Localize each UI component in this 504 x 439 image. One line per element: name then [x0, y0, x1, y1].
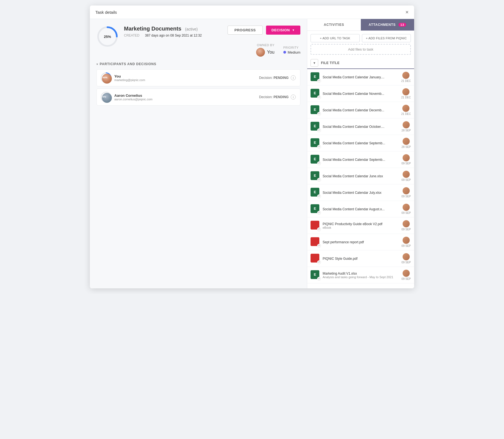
participant-decision: Decision: PENDING i — [259, 95, 296, 100]
file-icon-container: E ⏱ — [311, 188, 320, 198]
attachments-actions: + ADD URL TO TASK + ADD FILES FROM PIQNI… — [307, 31, 414, 44]
file-uploader-avatar — [403, 138, 410, 145]
file-right: 09 SEP — [401, 154, 411, 165]
file-icon-container: E ⏱ — [311, 89, 320, 99]
add-files-button[interactable]: + ADD FILES FROM PIQNIC — [362, 34, 411, 42]
file-name: Marketing Audit V1.xlsx — [323, 272, 399, 275]
left-panel: 25% Marketing Documents (active) CREATED… — [90, 19, 307, 288]
file-row[interactable]: E ⏱ Social Media Content Calendar Septem… — [307, 135, 414, 151]
file-subtitle: eBook — [323, 226, 399, 229]
file-date: 28 SEP — [401, 129, 411, 132]
file-uploader-avatar — [403, 204, 410, 211]
file-uploader-avatar — [402, 72, 409, 79]
owned-by-label: OWNED BY — [257, 43, 275, 47]
file-row[interactable]: ⏱ PIQNIC Style Guide.pdf 09 SEP — [307, 250, 414, 267]
file-date: 09 SEP — [401, 228, 411, 231]
modal-title: Task details — [95, 10, 117, 15]
file-details: PIQNIC Style Guide.pdf — [323, 257, 399, 261]
file-sort-dropdown[interactable]: ▼ — [311, 59, 318, 67]
file-uploader-avatar — [402, 105, 409, 112]
owned-by-user: You — [256, 48, 275, 57]
task-details-modal: Task details × 25% — [90, 5, 414, 288]
add-files-to-task-area[interactable]: Add files to task — [311, 44, 411, 55]
file-clock-badge: ⏱ — [317, 161, 321, 165]
tab-activities[interactable]: ACTIVITIES — [307, 19, 361, 31]
file-date: 21 DEC — [401, 79, 411, 82]
decision-info-icon[interactable]: i — [291, 75, 296, 80]
progress-button[interactable]: PROGRESS — [228, 26, 263, 35]
task-header-right: PROGRESS DECISION ▼ OWNED BY — [228, 26, 300, 57]
participants-toggle[interactable]: ▾ PARTICIPANTS AND DECISIONS — [96, 62, 300, 66]
file-date: 09 SEP — [401, 195, 411, 198]
file-row[interactable]: E ⏱ Marketing Audit V1.xlsx Analysis and… — [307, 267, 414, 283]
file-clock-badge: ⏱ — [317, 227, 321, 231]
file-clock-badge: ⏱ — [317, 79, 321, 83]
file-list: E ⏱ Social Media Content Calendar Januar… — [307, 69, 414, 288]
priority-section: PRIORITY Medium — [283, 46, 300, 54]
file-name: Social Media Content Calendar Novemb... — [323, 92, 399, 96]
priority-dot-icon — [283, 51, 286, 54]
file-icon-container: E ⏱ — [311, 105, 320, 115]
file-details: PIQNIC Productivity Guide eBook V2.pdf e… — [323, 222, 399, 229]
file-row[interactable]: E ⏱ Social Media Content Calendar Septem… — [307, 151, 414, 168]
file-date: 09 SEP — [401, 211, 411, 214]
file-date: 09 SEP — [401, 277, 411, 280]
owned-by-section: OWNED BY You — [256, 43, 275, 57]
progress-percent-text: 25% — [104, 35, 111, 39]
decision-dropdown-arrow: ▼ — [292, 29, 295, 32]
file-uploader-avatar — [403, 237, 410, 244]
file-right: 09 SEP — [401, 270, 411, 280]
file-name: PIQNIC Productivity Guide eBook V2.pdf — [323, 222, 399, 226]
priority-value: Medium — [283, 50, 300, 54]
file-date: 28 SEP — [401, 145, 411, 148]
file-details: Social Media Content Calendar Novemb... — [323, 92, 399, 96]
decision-button[interactable]: DECISION ▼ — [266, 26, 300, 35]
participant-decision: Decision: PENDING i — [259, 75, 296, 80]
file-row[interactable]: E ⏱ Social Media Content Calendar June.x… — [307, 168, 414, 184]
file-row[interactable]: E ⏱ Social Media Content Calendar July.x… — [307, 184, 414, 201]
file-details: Social Media Content Calendar October...… — [323, 125, 399, 129]
file-details: Social Media Content Calendar Decemb... — [323, 108, 399, 112]
file-subtitle: Analysis and tasks going forward - May t… — [323, 275, 399, 279]
file-details: Marketing Audit V1.xlsx Analysis and tas… — [323, 272, 399, 279]
file-row[interactable]: E ⏱ Social Media Content Calendar August… — [307, 201, 414, 217]
file-uploader-avatar — [403, 171, 410, 178]
file-row[interactable]: E ⏱ Social Media Content Calendar Octobe… — [307, 118, 414, 135]
file-date: 09 SEP — [401, 261, 411, 264]
file-row[interactable]: E ⏱ Social Media Content Calendar Novemb… — [307, 85, 414, 102]
participant-info: Aaron Cornelius aaron.cornelius@piqnic.c… — [114, 93, 259, 101]
owned-priority-row: OWNED BY You PRIORITY — [256, 43, 300, 57]
participant-email: aaron.cornelius@piqnic.com — [114, 98, 259, 101]
file-right: 21 DEC — [401, 88, 411, 99]
task-info: Marketing Documents (active) CREATED 387… — [124, 26, 228, 37]
file-icon-container: E ⏱ — [311, 171, 320, 181]
file-details: Social Media Content Calendar July.xlsx — [323, 191, 399, 195]
file-clock-badge: ⏱ — [317, 112, 321, 116]
file-row[interactable]: ⏱ PIQNIC Productivity Guide eBook V2.pdf… — [307, 217, 414, 234]
file-clock-badge: ⏱ — [317, 260, 321, 264]
file-clock-badge: ⏱ — [317, 178, 321, 182]
tab-attachments[interactable]: ATTACHMENTS 13 — [361, 19, 414, 31]
decision-info-icon[interactable]: i — [291, 95, 296, 100]
priority-label: PRIORITY — [283, 46, 299, 49]
created-label: CREATED — [124, 34, 139, 37]
file-row[interactable]: E ⏱ Social Media Content Calendar Decemb… — [307, 102, 414, 118]
file-row[interactable]: E ⏱ Social Media Content Calendar Januar… — [307, 69, 414, 85]
file-clock-badge: ⏱ — [317, 95, 321, 99]
file-right: 09 SEP — [401, 253, 411, 264]
participant-progress-label: 49% — [103, 76, 107, 79]
file-row[interactable]: ⏱ Sept performance report.pdf 09 SEP — [307, 234, 414, 250]
task-meta-row: CREATED 387 days ago on 08 Sep 2021 at 1… — [124, 34, 228, 37]
file-details: Social Media Content Calendar January...… — [323, 75, 399, 79]
add-url-button[interactable]: + ADD URL TO TASK — [311, 34, 360, 42]
file-right: 09 SEP — [401, 220, 411, 231]
participant-list: 49% You marketing@piqnic.com Decision: P… — [96, 69, 300, 106]
close-icon[interactable]: × — [405, 9, 409, 15]
file-icon-container: E ⏱ — [311, 155, 320, 165]
file-name: Social Media Content Calendar October...… — [323, 125, 399, 129]
file-right: 28 SEP — [401, 121, 411, 132]
file-details: Social Media Content Calendar August.x..… — [323, 207, 399, 211]
file-date: 09 SEP — [401, 162, 411, 165]
file-uploader-avatar — [403, 121, 410, 128]
file-clock-badge: ⏱ — [317, 194, 321, 198]
